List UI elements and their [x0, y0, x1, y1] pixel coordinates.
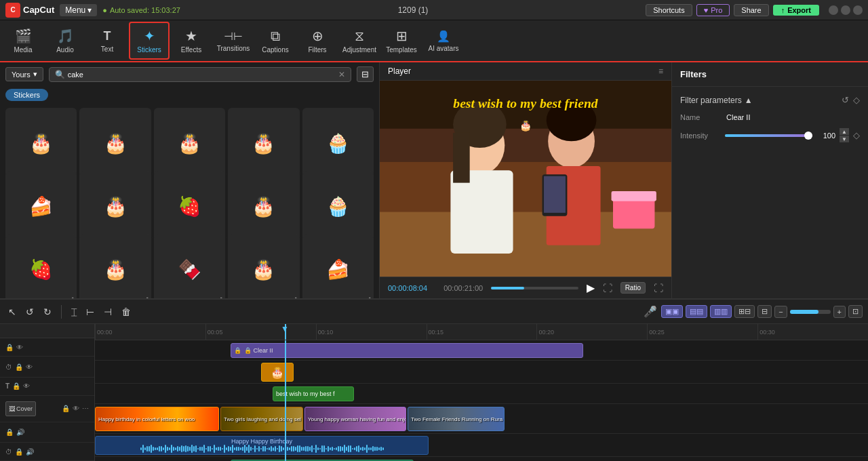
toolbar-item-audio[interactable]: 🎵 Audio [45, 22, 85, 60]
shortcuts-button[interactable]: Shortcuts [646, 4, 692, 16]
lock-icon[interactable]: 🔒 [5, 428, 14, 436]
sticker-item[interactable]: 🎂 ⬇ [79, 234, 151, 298]
sticker-clip[interactable]: 🎂 [261, 363, 294, 382]
toolbar-item-adjustment[interactable]: ⧖ Adjustment [339, 22, 380, 60]
cover-button[interactable]: 🖼 Cover [5, 401, 36, 416]
snap-button[interactable]: ⊟ [757, 305, 772, 318]
playhead[interactable] [285, 324, 286, 340]
collapse-icon[interactable]: ▲ [745, 96, 753, 105]
split-button[interactable]: ⌶ [68, 305, 79, 319]
volume-icon[interactable]: 🔊 [16, 428, 24, 436]
reset-icon[interactable]: ↺ [842, 95, 849, 105]
intensity-slider[interactable] [725, 134, 812, 137]
player-progress-bar[interactable] [491, 287, 578, 289]
sticker-item[interactable]: 🎂 ⬇ [228, 108, 299, 179]
text-clip[interactable]: best wish to my best f [273, 386, 354, 401]
search-clear-icon[interactable]: ✕ [338, 70, 345, 79]
toolbar-item-filters[interactable]: ⊕ Filters [297, 22, 338, 60]
minimize-button[interactable] [829, 5, 838, 15]
filter-clip[interactable]: 🔒 🔒 Clear II [231, 343, 583, 358]
fit-button[interactable]: ⊡ [848, 305, 863, 318]
close-button[interactable] [853, 5, 863, 15]
undo-button[interactable]: ↺ [23, 305, 37, 319]
video-clip-3[interactable]: Young happy woman having fun and enjoyin [304, 407, 406, 431]
ratio-button[interactable]: Ratio [620, 282, 646, 294]
video-clip-4[interactable]: Two Female Friends Running on Rura [408, 407, 505, 431]
sticker-item[interactable]: 🎂 ⬇ [228, 234, 299, 298]
video-track-toggle[interactable]: ▣▣ [661, 305, 683, 318]
sticker-item[interactable]: 🎂 ⬇ [79, 108, 151, 179]
sticker-item[interactable]: 🍓 ⬇ [154, 171, 225, 242]
app-logo: C CapCut [5, 3, 54, 18]
merge-button[interactable]: ⊞⊟ [734, 305, 755, 318]
stickers-category-button[interactable]: Stickers [5, 89, 48, 101]
share-button[interactable]: Share [734, 4, 768, 16]
pro-button[interactable]: ♥ Pro [696, 4, 730, 16]
toolbar-item-effects[interactable]: ★ Effects [171, 22, 212, 60]
intensity-keyframe-icon[interactable]: ◇ [853, 130, 860, 140]
sticker-item[interactable]: 🍰 ⬇ [302, 234, 374, 298]
text-track-toggle[interactable]: ▥▥ [710, 305, 732, 318]
toolbar-item-stickers[interactable]: ✦ Stickers [129, 22, 170, 60]
zoom-in-button[interactable]: + [833, 306, 846, 318]
eye-icon[interactable]: 👁 [23, 382, 30, 390]
select-tool-button[interactable]: ↖ [5, 305, 19, 319]
toolbar-item-media[interactable]: 🎬 Media [3, 22, 43, 60]
fullscreen-small-icon[interactable]: ⛶ [603, 283, 612, 294]
lock-icon[interactable]: 🔒 [15, 363, 23, 371]
video-clip-2[interactable]: Two girls laughing and doing sel [220, 407, 303, 431]
search-input[interactable] [68, 71, 338, 79]
lock-icon[interactable]: 🔒 [15, 448, 23, 456]
toolbar-item-captions[interactable]: ⧉ Captions [255, 22, 296, 60]
delete-button[interactable]: 🗑 [119, 305, 134, 319]
audio-clip[interactable]: Happy Happy Birthday [95, 436, 429, 455]
sticker-item[interactable]: 🍓 ⬇ [5, 234, 77, 298]
volume-icon[interactable]: 🔊 [26, 448, 34, 456]
sort-button[interactable]: ⊟ [357, 66, 374, 82]
filter-name-value: Clear II [726, 113, 750, 121]
sticker-item[interactable]: 🎂 ⬇ [154, 108, 225, 179]
sticker-item[interactable]: 🧁 ⬇ [302, 108, 374, 179]
tracks-sidebar: 🔒 👁 ⏱ 🔒 👁 T 🔒 👁 🖼 Cover 🔒 [0, 324, 95, 461]
toolbar-item-templates[interactable]: ⊞ Templates [381, 22, 422, 60]
lock-icon[interactable]: 🔒 [62, 405, 70, 412]
toolbar-item-transitions[interactable]: ⊣⊢ Transitions [213, 22, 254, 60]
sticker-item[interactable]: 🍫 ⬇ [154, 234, 225, 298]
export-button[interactable]: ↑ Export [773, 5, 819, 16]
lock-icon[interactable]: 🔒 [12, 382, 20, 390]
sticker-image: 🎂 [252, 132, 275, 155]
play-button[interactable]: ▶ [587, 281, 595, 294]
more-icon[interactable]: ⋯ [82, 405, 89, 412]
keyframe-icon[interactable]: ◇ [853, 95, 860, 105]
zoom-slider[interactable] [790, 310, 831, 314]
download-icon: ⬇ [144, 296, 150, 298]
ai-avatars-label: AI avatars [428, 45, 458, 52]
player-menu-icon[interactable]: ≡ [658, 66, 663, 76]
sticker-item[interactable]: 🧁 ⬇ [302, 171, 374, 242]
eye-icon[interactable]: 👁 [73, 405, 79, 412]
intensity-value: 100 [816, 132, 835, 140]
trim-left-button[interactable]: ⊢ [83, 305, 97, 319]
category-dropdown[interactable]: Yours ▾ [5, 67, 43, 81]
toolbar-item-text[interactable]: T Text [87, 22, 127, 60]
toolbar-item-ai-avatars[interactable]: 👤 AI avatars [423, 22, 464, 60]
intensity-up-button[interactable]: ▲ [840, 128, 849, 135]
sticker-image: 🎂 [178, 132, 201, 155]
fullscreen-icon[interactable]: ⛶ [654, 283, 663, 294]
sticker-item[interactable]: 🎂 ⬇ [79, 171, 151, 242]
sticker-item[interactable]: 🍰 ⬇ [5, 171, 77, 242]
sticker-item[interactable]: 🎂 ⬇ [5, 108, 77, 179]
audio-track-toggle[interactable]: ▤▤ [686, 305, 707, 318]
intensity-down-button[interactable]: ▼ [840, 136, 849, 142]
sticker-image: 🎂 [29, 132, 53, 155]
trim-right-button[interactable]: ⊣ [101, 305, 115, 319]
eye-icon[interactable]: 👁 [16, 344, 23, 351]
mic-button[interactable]: 🎤 [644, 305, 657, 318]
eye-icon[interactable]: 👁 [26, 363, 33, 371]
menu-button[interactable]: Menu ▾ [60, 4, 97, 16]
sticker-item[interactable]: 🎂 ⬇ [228, 171, 299, 242]
redo-button[interactable]: ↻ [41, 305, 54, 319]
maximize-button[interactable] [841, 5, 850, 15]
video-clip-1[interactable]: Happy birthday in colorful letters on wo… [95, 407, 219, 431]
zoom-out-button[interactable]: − [774, 306, 787, 318]
